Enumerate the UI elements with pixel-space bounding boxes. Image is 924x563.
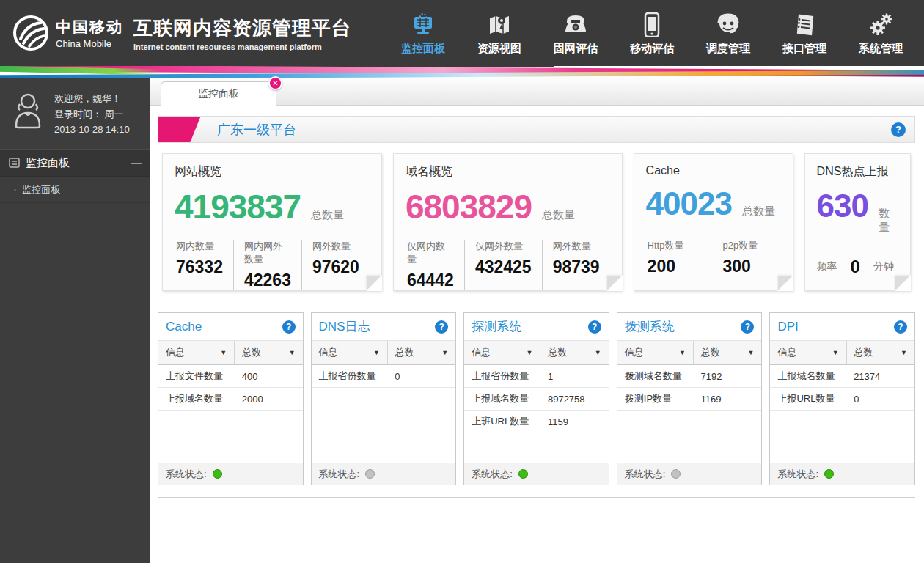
help-icon[interactable]: ?	[588, 320, 601, 334]
chevron-down-icon: ▼	[373, 349, 380, 356]
platform-title-cn: 互联网内容资源管理平台	[133, 15, 351, 41]
status-label: 系统状态:	[319, 468, 360, 481]
login-datetime-text: 2013-10-28 14:10	[54, 122, 130, 137]
status-indicator	[824, 469, 834, 479]
card-title: 域名概览	[406, 164, 610, 180]
nav-item-fixed-network-eval[interactable]: 固网评估	[553, 11, 598, 56]
nav-item-system-mgmt[interactable]: 系统管理	[858, 11, 903, 56]
nav-item-mobile-eval[interactable]: 移动评估	[629, 11, 675, 56]
panel-dns-log: DNS日志 ? 信息▼ 总数▼ 上报省份数量0 系统状态:	[311, 312, 457, 485]
column-header-info[interactable]: 信息▼	[158, 341, 234, 364]
stat-item: Http数量 200	[646, 239, 703, 276]
stat-item: 网内网外数量 42263	[233, 240, 301, 290]
help-icon[interactable]: ?	[894, 320, 907, 334]
tab-monitor-panel[interactable]: 监控面板 ✕	[161, 81, 276, 106]
platform-title: 互联网内容资源管理平台 Internet content resources m…	[133, 15, 351, 51]
big-number: 4193837	[175, 190, 301, 224]
login-time-text: 登录时间： 周一	[54, 106, 130, 122]
column-header-total[interactable]: 总数▼	[540, 341, 608, 364]
help-icon[interactable]: ?	[435, 320, 448, 334]
nav-item-interface-mgmt[interactable]: 接口管理	[782, 11, 827, 56]
status-label: 系统状态:	[166, 468, 207, 481]
column-header-total[interactable]: 总数▼	[846, 341, 914, 364]
nav-label: 移动评估	[630, 42, 674, 56]
big-number: 630	[817, 190, 868, 222]
big-number-label: 数量	[879, 207, 898, 235]
table-row: 上班URL数量1159	[464, 411, 609, 433]
column-header-total[interactable]: 总数▼	[234, 341, 302, 364]
tab-close-icon[interactable]: ✕	[268, 76, 282, 90]
chevron-down-icon: ▼	[526, 349, 532, 356]
chevron-down-icon: ▼	[441, 349, 448, 356]
logo-en-text: China Mobile	[56, 38, 123, 49]
big-number: 6803829	[406, 190, 532, 224]
table-row: 上报文件数量400	[158, 365, 303, 388]
column-header-total[interactable]: 总数▼	[693, 341, 761, 364]
top-nav: 监控面板 资源视图	[400, 11, 917, 56]
table-row: 上报域名数量2000	[158, 388, 303, 411]
nav-item-resource-view[interactable]: 资源视图	[477, 11, 522, 56]
panel-title: DPI	[777, 320, 798, 334]
nav-item-dispatch-mgmt[interactable]: 调度管理	[705, 11, 751, 56]
card-domain-overview: 域名概览 6803829 总数量 仅网内数量 64442	[393, 153, 623, 291]
headset-icon	[716, 11, 741, 37]
column-header-info[interactable]: 信息▼	[770, 341, 846, 364]
china-mobile-logo: 中国移动 China Mobile	[12, 14, 123, 52]
nav-label: 调度管理	[706, 42, 750, 56]
welcome-text: 欢迎您，魏华！	[54, 91, 130, 106]
column-header-info[interactable]: 信息▼	[312, 341, 387, 364]
chevron-down-icon: ▼	[679, 349, 686, 356]
tab-strip: 监控面板 ✕	[150, 78, 924, 106]
nav-label: 接口管理	[782, 42, 826, 56]
frequency-stat: 频率 0 分钟	[817, 257, 898, 277]
main-content: 广东一级平台 ? 网站概览 4193837 总数量	[150, 106, 924, 563]
document-icon	[793, 11, 815, 37]
stat-item: 仅网内数量 64442	[406, 240, 464, 290]
card-title: DNS热点上报	[817, 164, 898, 180]
decorative-ribbon	[0, 66, 924, 78]
panel-dial-test-system: 拨测系统 ? 信息▼ 总数▼ 拨测域名数量7192 拨测IP数量1169	[617, 312, 763, 485]
sidebar-item-monitor-panel[interactable]: · 监控面板	[0, 177, 150, 203]
chevron-down-icon: ▼	[220, 349, 227, 356]
bullet-icon: ·	[13, 184, 17, 196]
stat-item: 网外数量 97620	[301, 240, 370, 290]
system-panels-row: Cache ? 信息▼ 总数▼ 上报文件数量400 上报域名数量2000	[158, 303, 915, 491]
sidebar-menu-monitor-panel[interactable]: 监控面板 —	[0, 149, 150, 177]
table-row: 上报省份数量0	[312, 365, 456, 388]
panel-detection-system: 探测系统 ? 信息▼ 总数▼ 上报省份数量1 上报域名数量8972758 上班U…	[463, 312, 609, 485]
logo-cn-text: 中国移动	[56, 17, 123, 37]
table-row: 上报URL数量0	[770, 388, 914, 411]
summary-cards-row: 网站概览 4193837 总数量 网内数量 76332	[158, 143, 915, 303]
status-indicator	[213, 469, 222, 479]
status-label: 系统状态:	[472, 468, 513, 481]
section-title: 广东一级平台	[217, 121, 296, 139]
panel-dpi: DPI ? 信息▼ 总数▼ 上报域名数量21374 上报URL数量0	[769, 312, 915, 485]
user-avatar-icon	[10, 91, 45, 129]
stat-item: 网内数量 76332	[175, 240, 233, 290]
panel-title: Cache	[166, 320, 202, 334]
chevron-down-icon: ▼	[901, 349, 907, 356]
help-icon[interactable]: ?	[891, 122, 906, 137]
dashboard-icon	[411, 11, 436, 37]
card-cache: Cache 40023 总数量 Http数量 200	[634, 153, 793, 291]
help-icon[interactable]: ?	[741, 320, 754, 334]
panel-title: 拨测系统	[625, 318, 675, 335]
chevron-down-icon: ▼	[595, 349, 601, 356]
status-label: 系统状态:	[777, 468, 818, 481]
nav-item-monitor-panel[interactable]: 监控面板	[400, 11, 446, 56]
chevron-down-icon: ▼	[747, 349, 754, 356]
panel-title: 探测系统	[472, 318, 521, 335]
column-header-total[interactable]: 总数▼	[387, 341, 455, 364]
nav-label: 固网评估	[554, 42, 598, 56]
card-title: Cache	[646, 164, 781, 177]
help-icon[interactable]: ?	[282, 320, 296, 334]
column-header-info[interactable]: 信息▼	[464, 341, 540, 364]
section-header: 广东一级平台 ?	[158, 116, 915, 143]
nav-label: 系统管理	[859, 42, 903, 56]
column-header-info[interactable]: 信息▼	[617, 341, 693, 364]
chevron-down-icon: ▼	[832, 349, 839, 356]
table-row: 上报域名数量21374	[770, 365, 914, 388]
collapse-icon[interactable]: —	[131, 157, 142, 169]
panel-title: DNS日志	[319, 318, 370, 335]
status-indicator	[518, 469, 528, 479]
